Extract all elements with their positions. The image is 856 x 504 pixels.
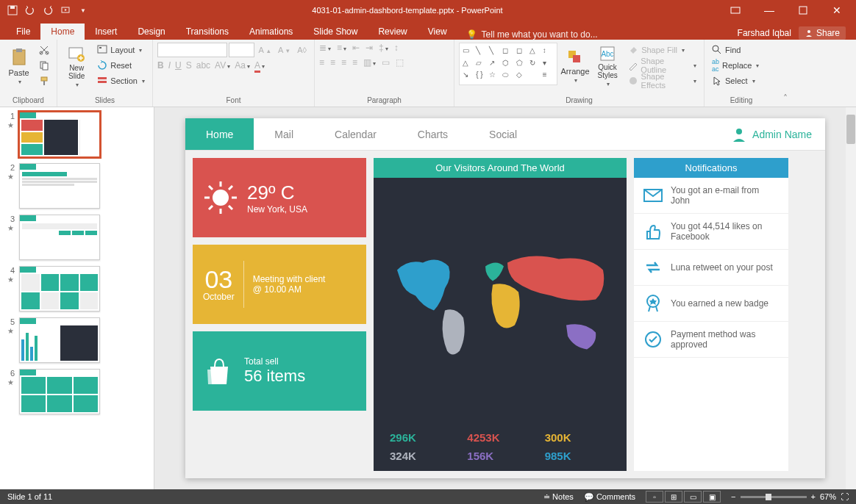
bold-button[interactable]: B [157, 60, 164, 71]
sorter-view-icon[interactable]: ⊞ [665, 491, 682, 503]
select-button[interactable]: Select▾ [709, 73, 762, 88]
zoom-in-icon[interactable]: + [811, 492, 816, 501]
scrollbar-thumb[interactable] [846, 115, 855, 144]
shape-fill-button[interactable]: Shape Fill▾ [625, 43, 699, 57]
maximize-icon[interactable] [787, 0, 819, 21]
tab-design[interactable]: Design [127, 24, 175, 40]
underline-button[interactable]: U [175, 60, 182, 71]
save-icon[interactable] [4, 2, 21, 18]
tab-slide-show[interactable]: Slide Show [303, 24, 368, 40]
font-size-select[interactable] [229, 43, 254, 57]
justify-button[interactable]: ≡ [352, 57, 357, 68]
notification-item[interactable]: You got an e-mail from John [634, 178, 788, 214]
quick-styles-button[interactable]: Abc Quick Styles▾ [593, 43, 622, 90]
font-color-button[interactable]: A▾ [254, 60, 265, 71]
thumbnail-2[interactable]: 2★ [6, 163, 154, 209]
tab-transitions[interactable]: Transitions [176, 24, 239, 40]
strikethrough-button[interactable]: S [186, 60, 192, 71]
notes-button[interactable]: ≐ Notes [543, 492, 574, 502]
start-from-beginning-icon[interactable] [57, 2, 74, 18]
align-left-button[interactable]: ≡ [319, 57, 324, 68]
slide-indicator[interactable]: Slide 1 of 11 [7, 492, 52, 501]
reset-button[interactable]: Reset [94, 58, 148, 73]
vertical-scrollbar[interactable] [846, 107, 856, 489]
tab-view[interactable]: View [418, 24, 457, 40]
section-icon [97, 76, 107, 86]
replace-button[interactable]: abacReplace▾ [709, 58, 762, 73]
increase-indent-button[interactable]: ⇥ [365, 43, 373, 53]
zoom-out-icon[interactable]: − [731, 492, 735, 501]
section-button[interactable]: Section▾ [94, 73, 148, 88]
columns-button[interactable]: ▥▾ [363, 57, 376, 68]
dash-tab-calendar[interactable]: Calendar [314, 118, 397, 150]
notification-item[interactable]: Payment method was approved [634, 322, 788, 358]
shadow-button[interactable]: abc [196, 60, 210, 71]
tell-me-search[interactable]: 💡 Tell me what you want to do... [466, 29, 598, 40]
admin-user[interactable]: Admin Name [732, 118, 825, 150]
close-icon[interactable]: ✕ [821, 0, 853, 21]
italic-button[interactable]: I [168, 60, 171, 71]
zoom-control[interactable]: − + 67% ⛶ [731, 492, 849, 501]
thumbnail-1[interactable]: 1★ [6, 112, 154, 157]
copy-button[interactable] [36, 58, 52, 73]
user-name[interactable]: Farshad Iqbal [738, 28, 791, 38]
redo-icon[interactable] [40, 2, 56, 18]
slideshow-view-icon[interactable]: ▣ [703, 491, 721, 503]
paste-button[interactable]: Paste▾ [4, 43, 33, 90]
align-text-button[interactable]: ▭ [382, 57, 390, 68]
minimize-icon[interactable]: — [753, 0, 785, 21]
bullets-button[interactable]: ≣▾ [319, 43, 331, 53]
shape-outline-button[interactable]: Shape Outline▾ [625, 58, 699, 73]
slide-thumbnails[interactable]: 1★ 2★ 3★ 4★ 5★ 6★ [0, 107, 154, 489]
thumbnail-4[interactable]: 4★ [6, 266, 154, 312]
align-right-button[interactable]: ≡ [341, 57, 346, 68]
slide-canvas[interactable]: Home Mail Calendar Charts Social Admin N… [154, 107, 856, 489]
file-tab[interactable]: File [6, 24, 40, 40]
tab-insert[interactable]: Insert [85, 24, 127, 40]
undo-icon[interactable] [22, 2, 38, 18]
normal-view-icon[interactable]: ▫ [646, 491, 663, 503]
thumbnail-5[interactable]: 5★ [6, 317, 154, 363]
notification-item[interactable]: You earned a new badge [634, 286, 788, 322]
shapes-gallery[interactable]: ▭╲╲◻◻△↕ △▱↗⬡⬠↻▾ ↘{ }☆⬭◇≡ [459, 43, 557, 85]
dash-tab-charts[interactable]: Charts [397, 118, 468, 150]
zoom-slider[interactable] [741, 496, 807, 498]
notification-item[interactable]: Luna retweet on your post [634, 250, 788, 286]
arrange-button[interactable]: Arrange▾ [560, 43, 590, 90]
tab-home[interactable]: Home [40, 24, 85, 40]
increase-font-button[interactable]: A▴ [256, 43, 274, 57]
font-family-select[interactable] [157, 43, 227, 57]
find-button[interactable]: Find [709, 43, 762, 57]
cut-button[interactable] [36, 43, 52, 57]
tab-review[interactable]: Review [368, 24, 417, 40]
layout-button[interactable]: Layout▾ [94, 43, 148, 57]
thumbnail-3[interactable]: 3★ [6, 215, 154, 260]
format-painter-button[interactable] [36, 73, 52, 88]
comments-button[interactable]: 💬 Comments [584, 492, 635, 502]
change-case-button[interactable]: Aa▾ [235, 60, 250, 71]
reading-view-icon[interactable]: ▭ [684, 491, 702, 503]
dash-tab-mail[interactable]: Mail [254, 118, 314, 150]
align-center-button[interactable]: ≡ [330, 57, 335, 68]
clear-formatting-button[interactable]: A◊ [294, 43, 310, 57]
smartart-button[interactable]: ⬚ [396, 57, 404, 68]
collapse-ribbon-icon[interactable]: ˄ [778, 40, 793, 107]
dash-tab-social[interactable]: Social [468, 118, 538, 150]
dash-tab-home[interactable]: Home [185, 118, 254, 150]
fit-to-window-icon[interactable]: ⛶ [841, 492, 849, 501]
shape-effects-button[interactable]: Shape Effects▾ [625, 73, 699, 88]
tab-animations[interactable]: Animations [239, 24, 303, 40]
new-slide-button[interactable]: New Slide▾ [62, 43, 91, 90]
decrease-font-button[interactable]: A▾ [275, 43, 293, 57]
char-spacing-button[interactable]: AV▾ [215, 60, 230, 71]
numbering-button[interactable]: ≡▾ [337, 43, 346, 53]
line-spacing-button[interactable]: ‡▾ [379, 43, 388, 53]
notification-item[interactable]: You got 44,514 likes on Facebook [634, 214, 788, 250]
thumbnail-6[interactable]: 6★ [6, 369, 154, 414]
decrease-indent-button[interactable]: ⇤ [352, 43, 360, 53]
share-button[interactable]: Share [799, 26, 846, 40]
ribbon-display-icon[interactable] [719, 0, 752, 21]
text-direction-button[interactable]: ↕ [394, 43, 399, 53]
zoom-level[interactable]: 67% [820, 492, 836, 501]
qat-customize-icon[interactable]: ▼ [75, 2, 91, 18]
